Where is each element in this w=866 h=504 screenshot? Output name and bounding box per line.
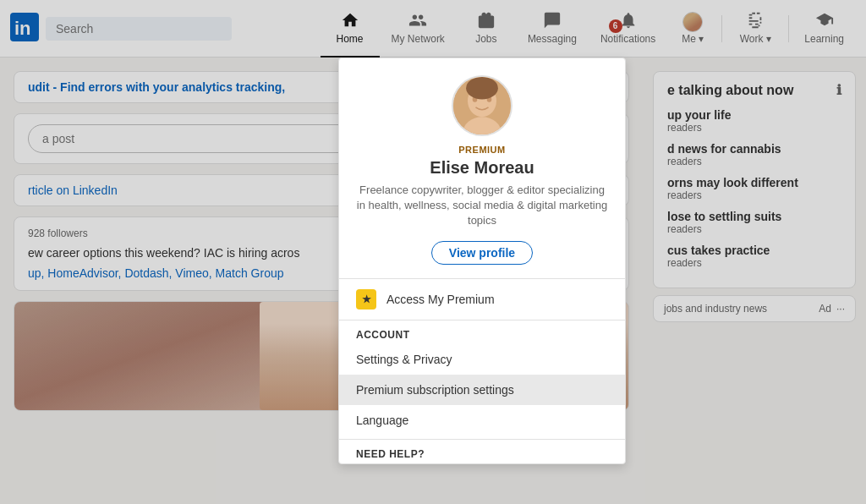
trending-item-5[interactable]: cus takes practice readers: [667, 244, 841, 269]
nav-label-notifications: Notifications: [600, 34, 655, 44]
audit-highlight: udit: [28, 80, 50, 94]
search-input[interactable]: [46, 17, 232, 41]
post-body: ew career options this weekend? IAC is h…: [28, 246, 299, 260]
nav-label-work: Work ▾: [740, 34, 771, 44]
nav-item-notifications[interactable]: 6 Notifications: [589, 0, 667, 58]
learning-icon: [815, 11, 834, 32]
nav-item-work[interactable]: Work ▾: [726, 0, 785, 58]
tag-1[interactable]: up,: [28, 266, 47, 280]
tag-2[interactable]: HomeAdvisor,: [47, 266, 124, 280]
trending-item-2[interactable]: d news for cannabis readers: [667, 142, 841, 167]
article-text: rticle on LinkedIn: [28, 184, 118, 197]
nav-label-learning: Learning: [804, 34, 844, 44]
nav-items: Home My Network Jobs Messaging: [321, 0, 856, 58]
nav-item-me[interactable]: Me ▾: [667, 0, 718, 58]
home-icon: [341, 11, 359, 32]
tag-4[interactable]: Vimeo,: [175, 266, 215, 280]
nav-label-jobs: Jobs: [475, 34, 496, 44]
trending-card: e talking about now ℹ up your life reade…: [653, 71, 856, 288]
nav-item-learning[interactable]: Learning: [792, 0, 856, 58]
navbar: in Home My Network Jobs: [0, 0, 866, 58]
trending-item-4-readers: readers: [667, 223, 841, 235]
jobs-icon: [477, 11, 496, 32]
trending-item-1-title: up your life: [667, 108, 841, 122]
trending-item-3-title: orns may look different: [667, 176, 841, 189]
audit-text: - Find errors with your analytics tracki…: [53, 80, 286, 94]
settings-privacy-item[interactable]: Settings & Privacy: [339, 344, 625, 375]
trending-item-1-readers: readers: [667, 122, 841, 134]
need-help-section-title: NEED HELP?: [339, 439, 625, 463]
dropdown-profile: PREMIUM Elise Moreau Freelance copywrite…: [339, 58, 625, 279]
view-profile-button[interactable]: View profile: [431, 241, 533, 265]
premium-star-icon: ★: [356, 289, 376, 310]
notifications-badge: 6: [609, 19, 622, 33]
trending-item-4-title: lose to settling suits: [667, 210, 841, 223]
right-panel: e talking about now ℹ up your life reade…: [643, 58, 866, 504]
language-item[interactable]: Language: [339, 405, 625, 436]
ad-bar: jobs and industry news Ad ···: [653, 295, 856, 322]
nav-label-messaging: Messaging: [528, 34, 577, 44]
ad-more-icon[interactable]: ···: [836, 303, 845, 315]
nav-divider: [721, 15, 722, 42]
trending-item-3[interactable]: orns may look different readers: [667, 176, 841, 201]
messaging-icon: [543, 11, 562, 32]
work-icon: [746, 11, 765, 32]
trending-item-2-readers: readers: [667, 156, 841, 167]
nav-divider-2: [788, 15, 789, 42]
me-dropdown: PREMIUM Elise Moreau Freelance copywrite…: [338, 58, 626, 464]
linkedin-logo: in: [10, 13, 46, 45]
ad-controls: Ad ···: [819, 303, 845, 315]
trending-item-4[interactable]: lose to settling suits readers: [667, 210, 841, 235]
trending-title-text: e talking about now: [667, 83, 793, 98]
profile-bio: Freelance copywriter, blogger & editor s…: [356, 183, 608, 229]
tag-3[interactable]: Dotdash,: [124, 266, 175, 280]
me-avatar-icon: [682, 12, 703, 32]
profile-name: Elise Moreau: [356, 158, 608, 178]
network-icon: [408, 11, 427, 32]
premium-subscription-item[interactable]: Premium subscription settings: [339, 375, 625, 405]
nav-label-my-network: My Network: [392, 34, 445, 44]
svg-point-7: [466, 77, 498, 99]
access-premium-item[interactable]: ★ Access My Premium: [339, 279, 625, 320]
notifications-icon: 6: [619, 11, 638, 32]
ad-text: jobs and industry news: [664, 303, 767, 315]
trending-item-3-readers: readers: [667, 189, 841, 201]
dropdown-avatar: [452, 75, 512, 136]
trending-item-5-readers: readers: [667, 257, 841, 269]
tag-5[interactable]: Match Group: [216, 266, 284, 280]
svg-text:in: in: [14, 18, 31, 39]
nav-item-my-network[interactable]: My Network: [380, 0, 457, 58]
nav-item-home[interactable]: Home: [321, 0, 380, 58]
trending-item-1[interactable]: up your life readers: [667, 108, 841, 134]
avatar-image: [453, 77, 511, 134]
access-premium-label: Access My Premium: [386, 293, 495, 306]
premium-label: PREMIUM: [356, 145, 608, 155]
nav-item-jobs[interactable]: Jobs: [457, 0, 516, 58]
trending-title: e talking about now ℹ: [667, 82, 841, 98]
nav-item-messaging[interactable]: Messaging: [516, 0, 589, 58]
trending-item-5-title: cus takes practice: [667, 244, 841, 257]
nav-label-home: Home: [337, 34, 364, 44]
nav-label-me: Me ▾: [682, 34, 704, 44]
ad-label: Ad: [819, 303, 831, 315]
trending-item-2-title: d news for cannabis: [667, 142, 841, 156]
account-section-title: ACCOUNT: [339, 320, 625, 344]
info-icon[interactable]: ℹ: [836, 82, 841, 98]
